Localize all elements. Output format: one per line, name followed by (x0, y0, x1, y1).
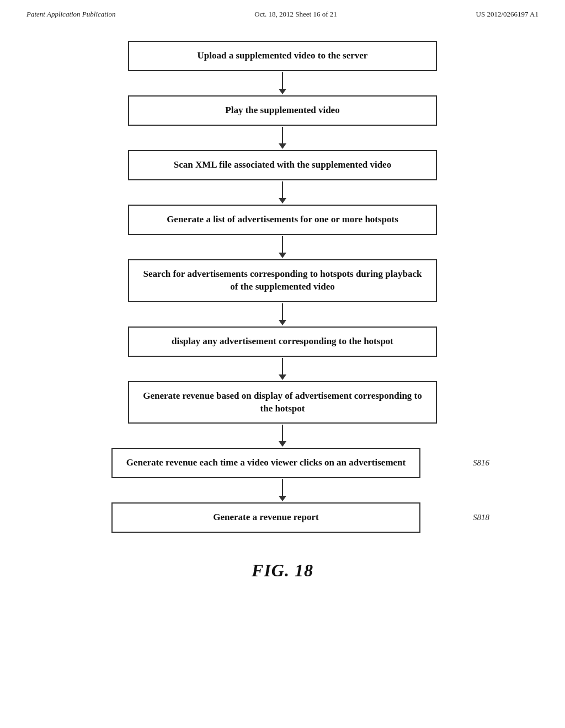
flow-box-7: Generate revenue based on display of adv… (128, 381, 437, 424)
flow-box-6: display any advertisement corresponding … (128, 326, 437, 357)
diagram-area: Upload a supplemented video to the serve… (0, 24, 565, 581)
arrow-7 (279, 424, 286, 448)
arrow-4 (279, 235, 286, 259)
header-date-sheet: Oct. 18, 2012 Sheet 16 of 21 (254, 10, 337, 19)
arrow-6 (279, 357, 286, 381)
labeled-row-9: Generate a revenue report S818 (111, 502, 454, 533)
figure-caption: FIG. 18 (252, 560, 313, 581)
flow-box-8: Generate revenue each time a video viewe… (111, 448, 420, 478)
arrow-8 (279, 478, 286, 502)
arrow-2 (279, 126, 286, 150)
flow-box-5: Search for advertisements corresponding … (128, 259, 437, 302)
arrow-1 (279, 71, 286, 95)
label-s816: S816 (473, 458, 489, 468)
flow-box-2: Play the supplemented video (128, 95, 437, 126)
header-publication: Patent Application Publication (26, 10, 116, 19)
arrow-3 (279, 180, 286, 205)
flow-box-9: Generate a revenue report (111, 502, 420, 533)
header-patent-number: US 2012/0266197 A1 (476, 10, 539, 19)
flow-container: Upload a supplemented video to the serve… (111, 41, 454, 533)
labeled-row-8: Generate revenue each time a video viewe… (111, 448, 454, 478)
arrow-5 (279, 302, 286, 326)
flow-box-3: Scan XML file associated with the supple… (128, 150, 437, 180)
flow-box-4: Generate a list of advertisements for on… (128, 205, 437, 235)
flow-box-1: Upload a supplemented video to the serve… (128, 41, 437, 71)
label-s818: S818 (473, 513, 489, 522)
page-header: Patent Application Publication Oct. 18, … (0, 0, 565, 24)
